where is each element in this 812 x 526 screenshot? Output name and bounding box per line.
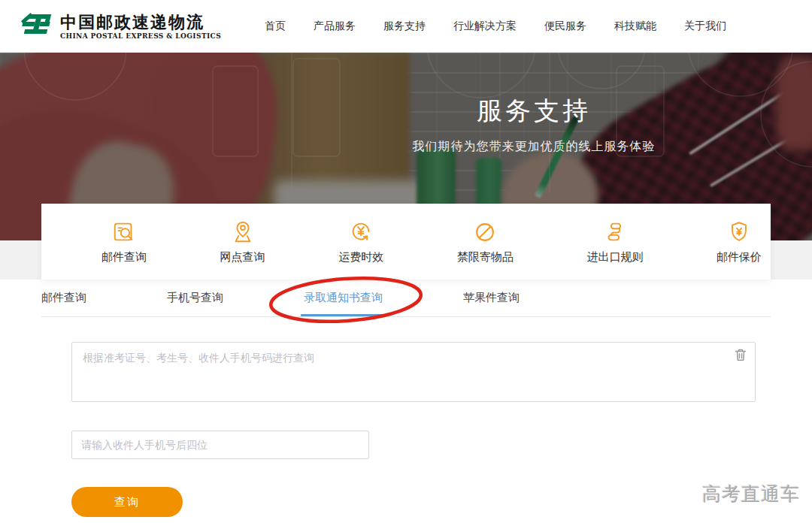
service-mail-insurance[interactable]: 邮件保价	[717, 219, 762, 265]
nav-item-technology[interactable]: 科技赋能	[614, 20, 656, 33]
service-prohibited-items[interactable]: 禁限寄物品	[457, 219, 514, 265]
service-label: 邮件查询	[102, 250, 147, 265]
main-nav: 首页 产品服务 服务支持 行业解决方案 便民服务 科技赋能 关于我们	[265, 20, 726, 33]
header: 中国邮政速递物流 CHINA POSTAL EXPRESS & LOGISTIC…	[0, 0, 812, 53]
query-form	[71, 342, 756, 402]
service-label: 网点查询	[220, 250, 265, 265]
hero-text: 服务支持 我们期待为您带来更加优质的线上服务体验	[256, 53, 812, 155]
phone-field-wrap	[71, 431, 369, 459]
watermark-text: 高考直通车	[702, 482, 800, 506]
service-label: 进出口规则	[586, 250, 643, 265]
brand-name-en: CHINA POSTAL EXPRESS & LOGISTICS	[60, 32, 221, 40]
tab-apple-query[interactable]: 苹果件查询	[463, 280, 520, 316]
service-branch-query[interactable]: 网点查询	[220, 219, 265, 265]
brand-logo[interactable]: 中国邮政速递物流 CHINA POSTAL EXPRESS & LOGISTIC…	[18, 9, 221, 44]
brand-name-cn: 中国邮政速递物流	[60, 13, 221, 31]
phone-last4-input[interactable]	[71, 431, 369, 459]
nav-item-about[interactable]: 关于我们	[684, 20, 726, 33]
brand-name: 中国邮政速递物流 CHINA POSTAL EXPRESS & LOGISTIC…	[60, 13, 221, 40]
nav-item-service-support[interactable]: 服务支持	[383, 20, 426, 33]
freight-time-icon	[348, 219, 374, 245]
nav-item-convenience-services[interactable]: 便民服务	[544, 20, 586, 33]
tab-admission-letter-query[interactable]: 录取通知书查询	[304, 280, 383, 316]
query-button[interactable]: 查询	[71, 487, 183, 517]
trash-icon	[732, 346, 749, 363]
prohibited-items-icon	[472, 219, 498, 245]
service-import-export-rules[interactable]: 进出口规则	[586, 219, 643, 265]
service-label: 邮件保价	[717, 250, 762, 265]
nav-item-products[interactable]: 产品服务	[314, 20, 356, 33]
page-subtitle: 我们期待为您带来更加优质的线上服务体验	[256, 139, 812, 155]
services-card: 邮件查询 网点查询 运费时效	[41, 204, 771, 280]
query-tabs: 邮件查询 手机号查询 录取通知书查询 苹果件查询	[41, 280, 771, 317]
mail-insurance-icon	[726, 219, 752, 245]
nav-item-home[interactable]: 首页	[265, 20, 286, 33]
admission-query-textarea[interactable]	[71, 342, 756, 402]
service-label: 运费时效	[338, 250, 383, 265]
tab-phone-query[interactable]: 手机号查询	[167, 280, 223, 316]
page-title: 服务支持	[256, 94, 812, 128]
import-export-rules-icon	[602, 219, 628, 245]
service-mail-query[interactable]: 邮件查询	[102, 219, 147, 265]
china-post-emblem-icon	[18, 9, 54, 44]
location-pin-icon	[230, 219, 256, 245]
nav-item-industry-solutions[interactable]: 行业解决方案	[453, 20, 517, 33]
service-label: 禁限寄物品	[457, 250, 514, 265]
clear-button[interactable]	[732, 346, 750, 364]
page: 中国邮政速递物流 CHINA POSTAL EXPRESS & LOGISTIC…	[0, 0, 812, 526]
tab-mail-query[interactable]: 邮件查询	[41, 280, 86, 316]
service-freight-time[interactable]: 运费时效	[338, 219, 383, 265]
mail-search-icon	[111, 219, 137, 245]
